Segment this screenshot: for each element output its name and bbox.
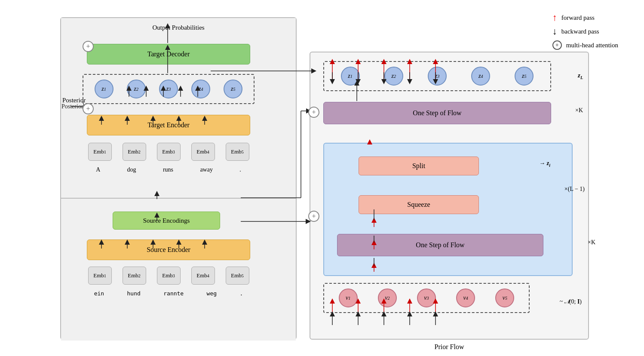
- emb5-top: Emb5: [226, 143, 249, 161]
- word-hund: hund: [127, 290, 141, 297]
- z4-node: z4: [191, 80, 210, 98]
- v5-node: v5: [495, 288, 514, 307]
- zr3-node: z3: [428, 67, 447, 86]
- word-dot-top: .: [239, 166, 241, 173]
- word-dog: dog: [127, 166, 136, 173]
- word-dot-bottom: .: [239, 290, 243, 297]
- emb1-top: Emb1: [88, 143, 112, 161]
- left-bottom-section: Source Encodings Source Encoder Emb1 Emb…: [61, 199, 296, 341]
- plus-circle-right-2: +: [308, 211, 319, 222]
- attention-circle-icon: +: [552, 40, 562, 50]
- plus-circle-target-encoder: +: [83, 103, 94, 114]
- zr2-node: z2: [384, 67, 403, 86]
- posterior-label: Posterior: [62, 97, 86, 104]
- z-nodes-right-box: z1 z2 z3 z4 z5: [323, 61, 551, 91]
- backward-pass-label: backward pass: [561, 28, 599, 35]
- prior-flow-label: Prior Flow: [310, 343, 588, 351]
- times-l-minus-1-label: ×(L − 1): [564, 186, 585, 193]
- words-bottom-row: ein hund rannte weg .: [83, 290, 255, 297]
- z3-node: z3: [159, 80, 178, 98]
- zr4-node: z4: [471, 67, 490, 86]
- zr1-node: z1: [341, 67, 360, 86]
- v3-node: v3: [417, 288, 436, 307]
- zi-label: → zi: [539, 160, 550, 168]
- z1-node: z1: [95, 80, 113, 98]
- word-weg: weg: [207, 290, 217, 297]
- forward-arrow-icon: ↑: [552, 13, 557, 22]
- word-away: away: [200, 166, 213, 173]
- z2-node: z2: [127, 80, 146, 98]
- split-block: Split: [359, 157, 479, 175]
- word-rannte: rannte: [163, 290, 184, 297]
- z-nodes-box: z1 z2 z3 z4 z5: [83, 74, 255, 104]
- right-box: z1 z2 z3 z4 z5 zL One Step of Flow ×K Sp…: [310, 52, 589, 340]
- legend: ↑ forward pass ↓ backward pass + multi-h…: [552, 13, 618, 50]
- legend-backward: ↓ backward pass: [552, 27, 618, 36]
- inner-blue-box: Split → zi Squeeze One Step of Flow ×K: [323, 143, 573, 276]
- emb3-bottom: Emb3: [157, 267, 181, 285]
- target-encoder-block: Target Encoder: [87, 115, 250, 135]
- emb1-bottom: Emb1: [88, 267, 112, 285]
- source-encoder-block: Source Encoder: [87, 239, 250, 260]
- forward-pass-label: forward pass: [561, 14, 595, 21]
- z5-node: z5: [224, 80, 242, 98]
- emb-row-bottom: Emb1 Emb2 Emb3 Emb4 Emb5: [83, 267, 255, 285]
- emb3-top: Emb3: [157, 143, 181, 161]
- v1-node: v1: [339, 288, 358, 307]
- target-decoder-block: Target Decoder: [87, 44, 250, 64]
- left-top-section: Output Probabilities Target Decoder z1 z…: [61, 18, 296, 199]
- times-k-top-label: ×K: [575, 107, 583, 114]
- emb2-top: Emb2: [123, 143, 146, 161]
- emb2-bottom: Emb2: [123, 267, 146, 285]
- v-nodes-box: v1 v2 v3 v4 v5: [323, 283, 530, 313]
- backward-arrow-icon: ↓: [552, 27, 557, 36]
- source-encodings-block: Source Encodings: [113, 212, 220, 230]
- word-a: A: [96, 166, 100, 173]
- normal-dist-label: ~ 𝒩(0; I): [560, 298, 582, 305]
- squeeze-block: Squeeze: [359, 195, 479, 214]
- plus-circle-target-decoder: +: [83, 41, 94, 52]
- emb5-bottom: Emb5: [226, 267, 249, 285]
- multi-head-label: multi-head attention: [566, 42, 618, 49]
- one-step-flow-bottom-block: One Step of Flow: [337, 234, 543, 256]
- v4-node: v4: [456, 288, 475, 307]
- v2-node: v2: [378, 288, 397, 307]
- one-step-flow-top-block: One Step of Flow: [323, 102, 551, 124]
- output-prob-label: Output Probabilities: [61, 24, 296, 31]
- main-container: ↑ forward pass ↓ backward pass + multi-h…: [0, 0, 644, 356]
- zl-label: zL: [578, 72, 583, 80]
- emb4-bottom: Emb4: [191, 267, 215, 285]
- left-box: Output Probabilities Target Decoder z1 z…: [60, 17, 297, 340]
- emb4-top: Emb4: [191, 143, 215, 161]
- times-k-bottom-label: ×K: [588, 239, 595, 246]
- word-ein: ein: [94, 290, 104, 297]
- emb-row-top: Emb1 Emb2 Emb3 Emb4 Emb5: [83, 143, 255, 161]
- words-top-row: A dog runs away .: [83, 166, 255, 173]
- zr5-node: z5: [515, 67, 534, 86]
- word-runs: runs: [163, 166, 173, 173]
- legend-attention: + multi-head attention: [552, 40, 618, 50]
- legend-forward: ↑ forward pass: [552, 13, 618, 22]
- plus-circle-right-1: +: [308, 107, 319, 118]
